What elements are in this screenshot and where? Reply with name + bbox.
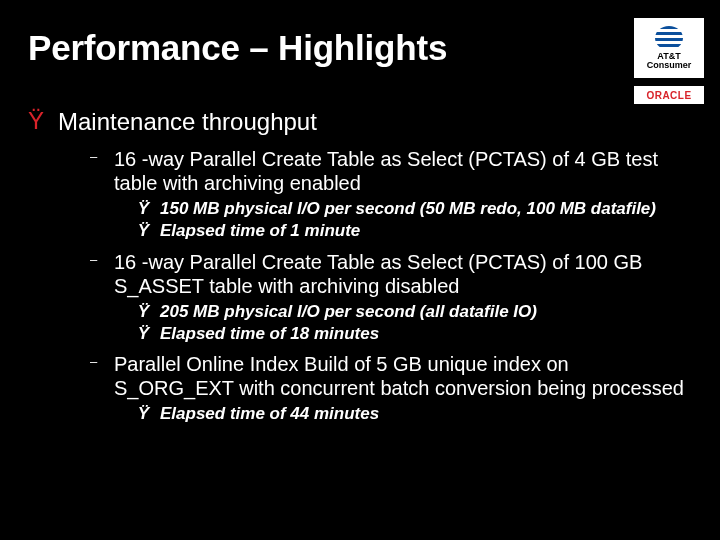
bullet-text: Elapsed time of 18 minutes — [160, 324, 379, 344]
oracle-logo: ORACLE — [634, 86, 704, 104]
bullet-text: Parallel Online Index Build of 5 GB uniq… — [114, 352, 692, 400]
dash-icon: – — [90, 352, 104, 372]
att-logo-label: AT&T Consumer — [634, 52, 704, 70]
slide: AT&T Consumer ORACLE Performance – Highl… — [0, 0, 720, 540]
bullet-icon: Ÿ — [138, 199, 152, 219]
bullet-level3: Ÿ 150 MB physical I/O per second (50 MB … — [138, 199, 692, 219]
bullet-text: 16 -way Parallel Create Table as Select … — [114, 147, 692, 195]
bullet-text: 150 MB physical I/O per second (50 MB re… — [160, 199, 656, 219]
bullet-level1: Ÿ Maintenance throughput — [28, 108, 692, 137]
bullet-level2: – Parallel Online Index Build of 5 GB un… — [90, 352, 692, 400]
att-globe-icon — [655, 26, 683, 50]
bullet-text: Elapsed time of 1 minute — [160, 221, 360, 241]
bullet-level3: Ÿ Elapsed time of 1 minute — [138, 221, 692, 241]
dash-icon: – — [90, 147, 104, 167]
bullet-icon: Ÿ — [138, 221, 152, 241]
bullet-level3: Ÿ Elapsed time of 18 minutes — [138, 324, 692, 344]
bullet-icon: Ÿ — [138, 324, 152, 344]
bullet-icon: Ÿ — [138, 302, 152, 322]
bullet-icon: Ÿ — [138, 404, 152, 424]
slide-title: Performance – Highlights — [28, 28, 692, 68]
bullet-level2: – 16 -way Parallel Create Table as Selec… — [90, 250, 692, 298]
bullet-text: 16 -way Parallel Create Table as Select … — [114, 250, 692, 298]
bullet-text: Elapsed time of 44 minutes — [160, 404, 379, 424]
dash-icon: – — [90, 250, 104, 270]
bullet-level2: – 16 -way Parallel Create Table as Selec… — [90, 147, 692, 195]
bullet-text: Maintenance throughput — [58, 108, 317, 137]
bullet-text: 205 MB physical I/O per second (all data… — [160, 302, 537, 322]
oracle-logo-label: ORACLE — [646, 90, 691, 101]
bullet-icon: Ÿ — [28, 108, 48, 134]
bullet-level3: Ÿ 205 MB physical I/O per second (all da… — [138, 302, 692, 322]
logo-area: AT&T Consumer ORACLE — [634, 18, 704, 104]
att-logo: AT&T Consumer — [634, 18, 704, 78]
bullet-level3: Ÿ Elapsed time of 44 minutes — [138, 404, 692, 424]
